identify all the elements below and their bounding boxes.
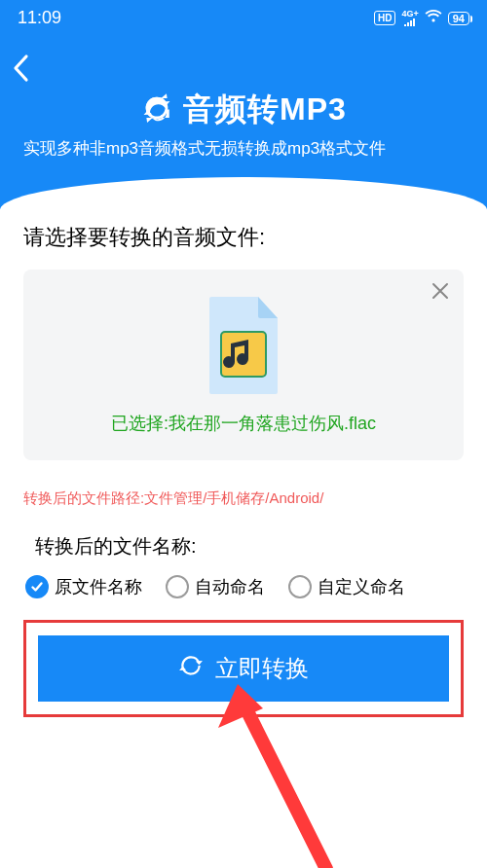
music-file-icon <box>39 295 448 396</box>
radio-unchecked-icon <box>166 575 189 598</box>
output-path-text: 转换后的文件路径:文件管理/手机储存/Android/ <box>23 489 464 508</box>
network-indicator: 4G+ <box>401 10 418 26</box>
radio-auto-name[interactable]: 自动命名 <box>166 575 265 598</box>
radio-original-name[interactable]: 原文件名称 <box>25 575 142 598</box>
convert-button[interactable]: 立即转换 <box>38 635 449 702</box>
battery-badge: 94 <box>448 12 469 25</box>
selected-file-text: 已选择:我在那一角落患过伤风.flac <box>39 412 448 435</box>
status-indicators: HD 4G+ 94 <box>374 10 469 26</box>
radio-custom-name[interactable]: 自定义命名 <box>288 575 405 598</box>
radio-label: 自定义命名 <box>318 575 405 598</box>
wifi-icon <box>425 10 442 26</box>
radio-label: 自动命名 <box>195 575 265 598</box>
select-file-label: 请选择要转换的音频文件: <box>23 223 464 252</box>
output-name-label: 转换后的文件名称: <box>35 533 464 560</box>
back-button[interactable] <box>12 54 29 87</box>
page-title: 音频转MP3 <box>183 89 347 131</box>
status-time: 11:09 <box>18 8 61 28</box>
refresh-icon <box>140 91 173 128</box>
radio-label: 原文件名称 <box>55 575 142 598</box>
radio-checked-icon <box>25 575 49 598</box>
page-subtitle: 实现多种非mp3音频格式无损转换成mp3格式文件 <box>0 137 487 160</box>
hd-badge: HD <box>374 11 395 25</box>
selected-file-card: 已选择:我在那一角落患过伤风.flac <box>23 270 464 460</box>
convert-highlight-box: 立即转换 <box>23 620 464 717</box>
convert-button-label: 立即转换 <box>215 653 309 684</box>
radio-unchecked-icon <box>288 575 312 598</box>
close-icon[interactable] <box>431 281 450 305</box>
refresh-icon <box>178 653 204 684</box>
